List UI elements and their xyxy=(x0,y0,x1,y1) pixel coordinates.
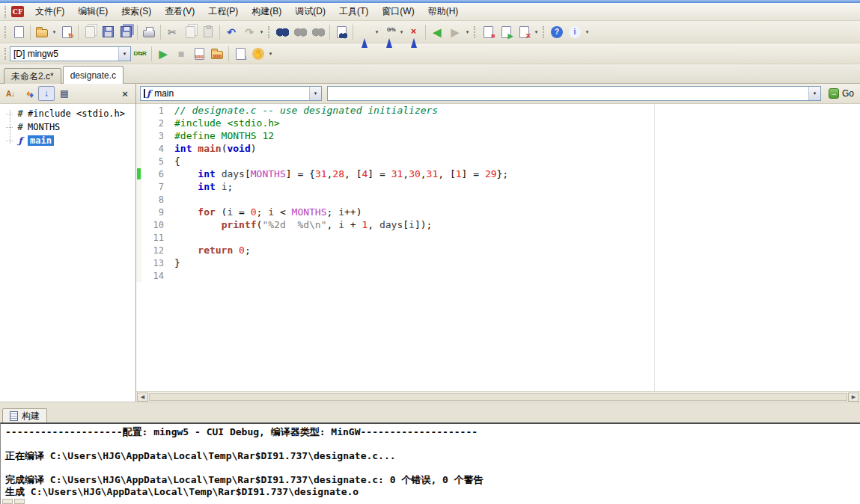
code-text[interactable]: return 0; xyxy=(168,245,251,256)
menu-item-2[interactable]: 搜索(S) xyxy=(115,3,158,20)
highlight-button-dropdown-icon[interactable]: ▾ xyxy=(373,29,380,35)
save-all-button[interactable] xyxy=(118,24,134,40)
find-prev-button[interactable] xyxy=(310,24,326,40)
pause-build-button[interactable]: ✋ xyxy=(250,46,266,62)
toolbar-grip[interactable] xyxy=(268,26,270,38)
compile-project-button[interactable]: 10101 xyxy=(209,46,225,62)
menu-item-7[interactable]: 工具(T) xyxy=(332,3,375,20)
hscroll-thumb[interactable] xyxy=(149,393,847,401)
symbol-tree-item-2[interactable]: ƒmain xyxy=(0,134,135,147)
menu-item-9[interactable]: 帮助(H) xyxy=(421,3,466,20)
scope-combo[interactable]: ƒ main ▾ xyxy=(140,86,322,101)
menu-item-0[interactable]: 文件(F) xyxy=(28,3,71,20)
find-button[interactable] xyxy=(274,24,290,40)
code-text[interactable]: int main(void) xyxy=(168,143,257,154)
output-hscrollbar[interactable] xyxy=(1,499,25,504)
copy-button[interactable] xyxy=(182,24,198,40)
menu-item-5[interactable]: 构建(B) xyxy=(245,3,288,20)
clean-project-button[interactable]: ✕ xyxy=(516,24,532,40)
code-text[interactable]: #include <stdio.h> xyxy=(168,117,280,129)
toolbar-grip[interactable] xyxy=(543,26,545,38)
hscroll-right-arrow-icon[interactable]: ▶ xyxy=(848,393,859,402)
main-area: A↓♦↓▤× ##include <stdio.h>#MONTHSƒmain ƒ… xyxy=(0,84,860,402)
menubar-grip[interactable] xyxy=(4,6,7,18)
code-text[interactable]: int i; xyxy=(168,181,233,192)
new-file-button[interactable] xyxy=(10,24,27,40)
code-text[interactable]: { xyxy=(168,156,180,167)
run-button[interactable]: ▶ xyxy=(155,46,171,62)
preprocess-file-button[interactable]: ↓ xyxy=(232,46,248,62)
menu-item-4[interactable]: 工程(P) xyxy=(201,3,245,20)
code-text[interactable]: printf("%2d %d\n", i + 1, days[i]); xyxy=(168,219,432,230)
run-project-button[interactable]: ▶ xyxy=(498,24,514,40)
sort-order-icon[interactable]: ↓ xyxy=(38,86,55,101)
code-text[interactable]: for (i = 0; i < MONTHS; i++) xyxy=(168,206,362,218)
nav-forward-icon: ▶ xyxy=(451,27,460,37)
find-in-files-button[interactable] xyxy=(333,24,350,40)
nav-forward-button-dropdown-icon[interactable]: ▾ xyxy=(464,29,471,35)
outline-view-icon[interactable]: ▤ xyxy=(56,86,73,101)
info-button-dropdown-icon[interactable]: ▾ xyxy=(584,29,591,35)
close-file-button[interactable] xyxy=(82,24,98,40)
toolbar-grip[interactable] xyxy=(4,48,7,60)
quick-search-combo[interactable]: ▾ xyxy=(327,86,821,101)
undo-button[interactable]: ↶ xyxy=(223,24,240,40)
clear-highlight-button[interactable]: × xyxy=(406,24,422,40)
marker-margin xyxy=(136,269,141,282)
code-editor[interactable]: 1// designate.c -- use designated initia… xyxy=(136,104,860,391)
cut-button[interactable]: ✂ xyxy=(164,24,180,40)
highlight-word-button-dropdown-icon[interactable]: ▾ xyxy=(398,29,405,35)
menu-item-3[interactable]: 查看(V) xyxy=(158,3,201,20)
highlight-button[interactable] xyxy=(356,24,373,40)
open-file-button[interactable] xyxy=(34,24,50,40)
print-button[interactable] xyxy=(141,24,157,40)
build-config-combo[interactable]: [D] mingw5▾ xyxy=(10,46,131,61)
close-symbol-panel-button[interactable]: × xyxy=(117,86,133,101)
stop-button[interactable]: ■ xyxy=(173,46,189,62)
find-next-button[interactable] xyxy=(292,24,308,40)
symbol-tree-item-1[interactable]: #MONTHS xyxy=(0,120,135,134)
build-output-pane[interactable]: --------------------配置: mingw5 - CUI Deb… xyxy=(0,422,860,504)
build-project-button[interactable]: ■ xyxy=(480,24,496,40)
highlight-word-button[interactable]: G% xyxy=(381,24,397,40)
paste-button[interactable] xyxy=(200,24,216,40)
open-file-button-dropdown-icon[interactable]: ▾ xyxy=(51,29,58,35)
menu-item-6[interactable]: 调试(D) xyxy=(288,3,332,20)
go-button[interactable]: → Go xyxy=(826,88,856,99)
code-text[interactable]: #define MONTHS 12 xyxy=(168,130,274,141)
code-text[interactable]: } xyxy=(168,257,180,268)
menu-item-8[interactable]: 窗口(W) xyxy=(375,3,421,20)
horizontal-splitter[interactable] xyxy=(0,402,860,408)
code-text[interactable]: int days[MONTHS] = {31,28, [4] = 31,30,3… xyxy=(168,168,508,179)
editor-tab-0[interactable]: 未命名2.c* xyxy=(4,68,61,84)
build-config-combo-arrow-icon[interactable]: ▾ xyxy=(118,47,130,61)
compile-file-button[interactable]: 10101 xyxy=(191,46,207,62)
output-scroll-left-arrow-icon[interactable] xyxy=(2,499,13,504)
group-symbols-icon[interactable]: ♦ xyxy=(20,86,37,101)
clean-project-button-dropdown-icon[interactable]: ▾ xyxy=(533,29,540,35)
pause-build-button-dropdown-icon[interactable]: ▾ xyxy=(267,51,274,57)
nav-back-button[interactable]: ◀ xyxy=(429,24,445,40)
menu-item-1[interactable]: 编辑(E) xyxy=(71,3,115,20)
output-scroll-thumb[interactable] xyxy=(14,499,25,504)
toolbar-grip[interactable] xyxy=(474,26,476,38)
editor-hscrollbar[interactable]: ◀ ▶ xyxy=(136,391,860,402)
save-file-button[interactable] xyxy=(100,24,116,40)
code-text[interactable]: // designate.c -- use designated initial… xyxy=(168,105,438,116)
redo-button-dropdown-icon[interactable]: ▾ xyxy=(258,29,265,35)
symbol-tree-item-0[interactable]: ##include <stdio.h> xyxy=(0,107,135,120)
scope-combo-arrow-icon[interactable]: ▾ xyxy=(309,87,321,100)
info-button[interactable]: i xyxy=(567,24,583,40)
debug-release-toggle[interactable]: D⇆R xyxy=(132,46,148,62)
hscroll-left-arrow-icon[interactable]: ◀ xyxy=(137,393,148,402)
quick-search-arrow-icon[interactable]: ▾ xyxy=(808,87,820,100)
tab-build-output[interactable]: 构建 xyxy=(2,408,47,422)
nav-forward-button[interactable]: ▶ xyxy=(447,24,463,40)
editor-tab-1[interactable]: designate.c xyxy=(63,66,123,84)
sort-alpha-icon[interactable]: A↓ xyxy=(2,86,19,101)
redo-button[interactable]: ↷ xyxy=(241,24,257,40)
toolbar-grip[interactable] xyxy=(4,26,7,38)
reload-file-button[interactable]: ↻ xyxy=(58,24,75,40)
help-button[interactable]: ? xyxy=(549,24,565,40)
code-line: 13} xyxy=(136,256,860,269)
